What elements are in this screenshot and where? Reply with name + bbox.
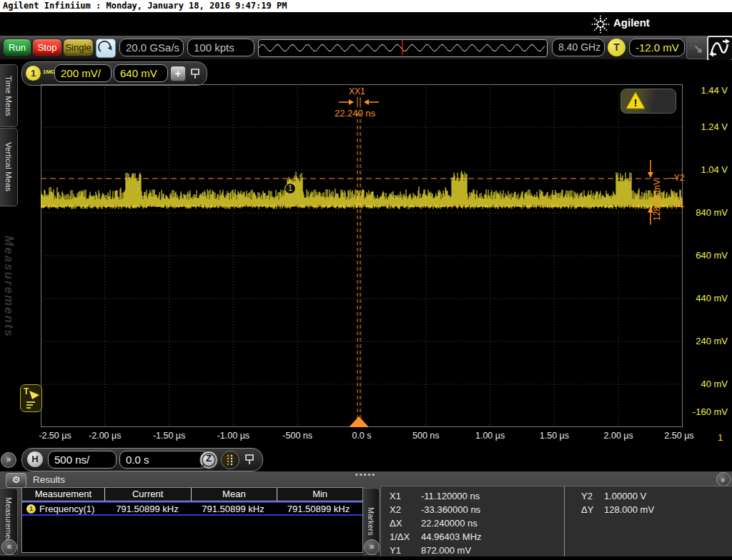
x-tick-label: 0.0 s [333, 431, 390, 441]
horizontal-pan-button[interactable] [707, 36, 732, 61]
marker-value: 44.96403 MHz [421, 531, 482, 542]
expand-left-panel-button[interactable]: » [1, 452, 16, 468]
agilent-logo-icon [590, 14, 610, 34]
horizontal-badge[interactable]: H [27, 451, 43, 467]
marker-value: -33.360000 ns [421, 504, 480, 515]
markers-left-column: X1-11.120000 nsX2-33.360000 nsΔX22.24000… [381, 486, 563, 557]
memory-depth-field[interactable]: 100 kpts [187, 39, 254, 56]
horizontal-controls-group: H 500 ns/ 0.0 s Z [21, 448, 263, 471]
chevron-down-icon: » [717, 478, 730, 482]
bottom-strip [0, 556, 732, 560]
brand-band: Agilent [0, 12, 732, 36]
window-title-bar: Agilent Infiniium : Monday, January 18, … [0, 0, 732, 12]
collapse-measurement-button[interactable]: « [1, 539, 17, 555]
marker-label: Y1 [390, 545, 401, 556]
touch-button[interactable] [96, 39, 116, 58]
measurement-side-tab-label: Measurement [4, 497, 13, 545]
zoom-handle-icon [200, 451, 217, 469]
x-tick-label: -2.00 µs [76, 431, 134, 441]
brand-name: Agilent [613, 16, 650, 29]
marker-label: X1 [390, 491, 401, 501]
intensity-dots-icon [222, 451, 239, 469]
measurement-name: Frequency(1) [39, 504, 94, 514]
marker-label: ΔY [581, 504, 593, 515]
pin-icon[interactable] [244, 452, 255, 466]
sample-rate-field[interactable]: 20.0 GSa/s [119, 39, 184, 56]
results-table-header: MeasurementCurrentMeanMin [22, 488, 362, 501]
markers-panel: X1-11.120000 nsX2-33.360000 nsΔX22.24000… [380, 486, 732, 558]
results-table-body: 1Frequency(1)791.50899 kHz791.50899 kHz7… [22, 501, 362, 516]
collapse-dock-button[interactable]: » [716, 472, 731, 486]
marker-label: Y2 [581, 491, 593, 501]
results-table: MeasurementCurrentMeanMin 1Frequency(1)7… [21, 487, 363, 553]
dock-drag-handle[interactable]: ▪▪▪▪▪ [355, 470, 377, 479]
trigger-level-field[interactable]: -12.0 mV [629, 39, 685, 56]
measurement-channel-badge: 1 [26, 504, 36, 514]
trigger-badge[interactable]: T [608, 39, 625, 56]
x-tick-label: 2.00 µs [590, 431, 647, 441]
waveform-preview[interactable] [258, 39, 548, 57]
marker-value: 1.00000 V [604, 491, 646, 501]
single-button[interactable]: Single [63, 39, 94, 56]
measurement-value-cell: 791.50899 kHz [190, 504, 276, 514]
intensity-button[interactable] [221, 451, 239, 469]
marker-label: ΔX [390, 518, 402, 529]
window-title: Agilent Infiniium : Monday, January 18, … [3, 1, 287, 11]
results-column-header[interactable]: Measurement [22, 488, 105, 501]
markers-right-column: Y21.00000 VΔY128.000 mV [573, 486, 730, 557]
graticule-zoom-button[interactable] [686, 37, 708, 59]
bandwidth-field[interactable]: 8.40 GHz [552, 39, 605, 56]
results-dock: ⚙ Results ▪▪▪▪▪ » Measurement « Measurem… [0, 471, 732, 556]
x-tick-label: 1.50 µs [525, 431, 583, 441]
marker-value: 872.000 mV [421, 545, 471, 556]
waveform-preview-trace [259, 40, 545, 55]
sine-pan-icon [708, 37, 731, 59]
x-axis-labels: -2.50 µs-2.00 µs-1.50 µs-1.00 µs-500 ns0… [0, 60, 732, 446]
zoom-button[interactable]: Z [199, 451, 218, 469]
horizontal-position-field[interactable]: 0.0 s [119, 451, 208, 469]
measurement-value-cell: 791.50899 kHz [104, 504, 190, 514]
results-column-header[interactable]: Current [105, 488, 192, 501]
oscilloscope-app: { "window": { "title": "Agilent Infiniiu… [0, 0, 732, 560]
x-tick-label: 500 ns [397, 431, 455, 441]
x-tick-label: -1.00 µs [204, 431, 262, 441]
touch-arrow-icon [97, 39, 115, 57]
results-column-header[interactable]: Mean [192, 488, 278, 501]
measurement-name-cell: 1Frequency(1) [22, 504, 104, 514]
marker-label: 1/ΔX [390, 531, 410, 542]
main-region: 1 1MΩ 200 mV/ 640 mV + Time Meas Vertica… [0, 60, 732, 471]
x-tick-label: -500 ns [269, 431, 326, 441]
stop-button[interactable]: Stop [32, 39, 62, 56]
results-title: Results [33, 474, 65, 485]
marker-value: 22.240000 ns [421, 518, 478, 529]
run-button[interactable]: Run [3, 39, 31, 56]
results-settings-button[interactable]: ⚙ [6, 473, 26, 488]
marker-value: 128.000 mV [604, 504, 654, 515]
results-table-row[interactable]: 1Frequency(1)791.50899 kHz791.50899 kHz7… [22, 501, 362, 516]
marker-label: X2 [390, 504, 401, 515]
markers-column-divider [564, 486, 565, 557]
markers-side-tab-label: Markers [367, 507, 375, 536]
x-tick-label: -1.50 µs [141, 431, 198, 441]
axis-channel-indicator: 1 [718, 432, 723, 443]
results-column-header[interactable]: Min [277, 488, 362, 501]
toolbar: Run Stop Single 20.0 GSa/s 100 kpts 8.40… [0, 36, 732, 60]
measurement-value-cell: 791.50899 kHz [276, 504, 361, 514]
gear-icon: ⚙ [12, 474, 21, 485]
x-tick-label: -2.50 µs [26, 431, 84, 441]
marker-value: -11.120000 ns [421, 491, 480, 501]
x-tick-label: 2.50 µs [651, 431, 708, 441]
graticule-icon [687, 38, 707, 59]
timebase-field[interactable]: 500 ns/ [48, 451, 117, 469]
x-tick-label: 1.00 µs [462, 431, 519, 441]
expand-markers-button[interactable]: » [364, 539, 380, 555]
